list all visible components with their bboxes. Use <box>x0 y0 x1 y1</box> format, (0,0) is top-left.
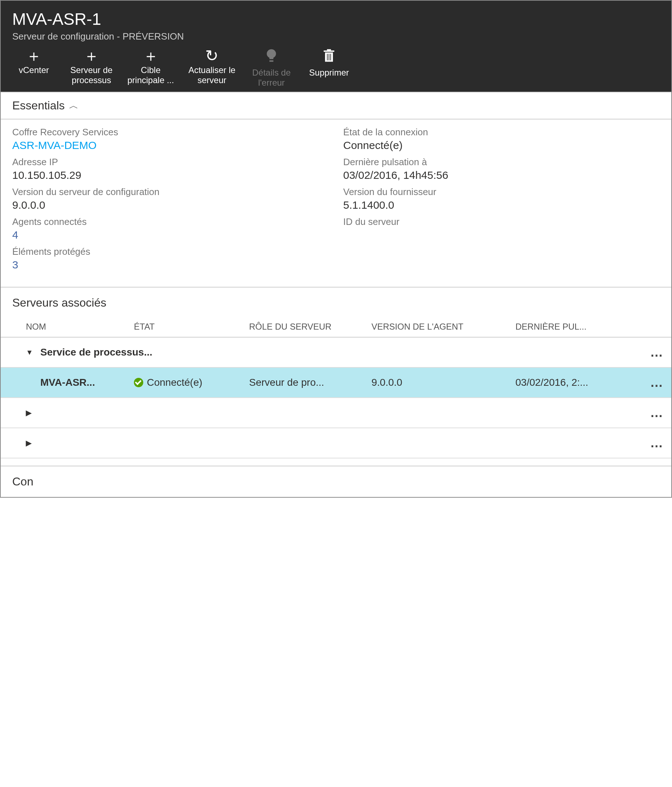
error-details-button: Détails de l'erreur <box>250 48 293 87</box>
agents-field: Agents connectés 4 <box>12 216 329 241</box>
error-details-label: Détails de l'erreur <box>252 68 291 87</box>
essentials-toggle[interactable]: Essentials ︿ <box>1 92 671 120</box>
server-id-field: ID du serveur <box>343 216 660 228</box>
process-server-button[interactable]: ＋ Serveur de processus <box>70 48 113 87</box>
row-name: MVA-ASR... <box>40 377 134 388</box>
plus-icon: ＋ <box>84 48 100 64</box>
associated-section: Serveurs associés NOM ÉTAT RÔLE DU SERVE… <box>1 288 671 466</box>
group-process-service[interactable]: ▼ Service de processus... … <box>1 338 671 368</box>
triangle-down-icon: ▼ <box>26 348 40 357</box>
process-server-label: Serveur de processus <box>70 65 112 85</box>
plus-icon: ＋ <box>26 48 42 64</box>
refresh-label: Actualiser le serveur <box>188 65 236 85</box>
provider-version-value: 5.1.1400.0 <box>343 199 660 211</box>
col-state: ÉTAT <box>134 322 249 332</box>
group-collapsed-3[interactable]: ▶ … <box>1 428 671 458</box>
server-id-label: ID du serveur <box>343 216 660 228</box>
error-icon <box>264 48 279 66</box>
row-context-menu-button[interactable]: … <box>642 375 663 390</box>
plus-icon: ＋ <box>143 48 159 64</box>
vcenter-button[interactable]: ＋ vCenter <box>12 48 55 87</box>
associated-header: NOM ÉTAT RÔLE DU SERVEUR VERSION DE L'AG… <box>1 318 671 338</box>
protected-value[interactable]: 3 <box>12 259 329 271</box>
blade-header: MVA-ASR-1 Serveur de configuration - PRÉ… <box>1 1 671 92</box>
page-subtitle: Serveur de configuration - PRÉVERSION <box>12 31 660 42</box>
table-row-selected[interactable]: MVA-ASR... Connecté(e) Serveur de pro...… <box>1 368 671 398</box>
protected-label: Éléments protégés <box>12 246 329 257</box>
essentials-label: Essentials <box>12 99 65 112</box>
heartbeat-value: 03/02/2016, 14h45:56 <box>343 169 660 181</box>
triangle-right-icon: ▶ <box>26 439 40 447</box>
essentials-panel: Coffre Recovery Services ASR-MVA-DEMO Ad… <box>1 120 671 288</box>
row-state-text: Connecté(e) <box>147 377 202 388</box>
connection-label: État de la connexion <box>343 126 660 138</box>
check-circle-icon <box>134 378 143 387</box>
chevron-up-icon: ︿ <box>69 99 79 112</box>
delete-button[interactable]: Supprimer <box>307 48 351 87</box>
truncated-section-title: Con <box>1 466 671 497</box>
config-version-value: 9.0.0.0 <box>12 199 329 211</box>
trash-icon <box>321 48 337 66</box>
ip-label: Adresse IP <box>12 156 329 168</box>
delete-label: Supprimer <box>309 68 349 78</box>
connection-value: Connecté(e) <box>343 139 660 152</box>
heartbeat-field: Dernière pulsation à 03/02/2016, 14h45:5… <box>343 156 660 181</box>
group-label: Service de processus... <box>40 346 642 358</box>
vault-field: Coffre Recovery Services ASR-MVA-DEMO <box>12 126 329 152</box>
refresh-icon: ↻ <box>205 48 218 64</box>
group-context-menu-button[interactable]: … <box>642 345 663 360</box>
master-target-label: Cible principale ... <box>127 65 174 85</box>
command-bar: ＋ vCenter ＋ Serveur de processus ＋ Cible… <box>12 48 660 92</box>
config-version-field: Version du serveur de configuration 9.0.… <box>12 186 329 211</box>
row-role: Serveur de pro... <box>249 377 372 388</box>
ip-value: 10.150.105.29 <box>12 169 329 181</box>
protected-field: Éléments protégés 3 <box>12 246 329 271</box>
page-title: MVA-ASR-1 <box>12 9 660 29</box>
heartbeat-label: Dernière pulsation à <box>343 156 660 168</box>
col-agent-version: VERSION DE L'AGENT <box>372 322 515 332</box>
config-version-label: Version du serveur de configuration <box>12 186 329 198</box>
group-context-menu-button[interactable]: … <box>642 435 663 450</box>
vault-label: Coffre Recovery Services <box>12 126 329 138</box>
refresh-server-button[interactable]: ↻ Actualiser le serveur <box>188 48 236 87</box>
col-last-heartbeat: DERNIÈRE PUL... <box>515 322 663 332</box>
agents-label: Agents connectés <box>12 216 329 228</box>
row-heartbeat: 03/02/2016, 2:... <box>515 377 642 388</box>
connection-field: État de la connexion Connecté(e) <box>343 126 660 152</box>
master-target-button[interactable]: ＋ Cible principale ... <box>127 48 174 87</box>
associated-title: Serveurs associés <box>1 288 671 318</box>
group-context-menu-button[interactable]: … <box>642 405 663 420</box>
agents-value[interactable]: 4 <box>12 229 329 241</box>
row-state: Connecté(e) <box>134 377 249 388</box>
triangle-right-icon: ▶ <box>26 408 40 417</box>
group-collapsed-2[interactable]: ▶ … <box>1 398 671 428</box>
provider-version-label: Version du fournisseur <box>343 186 660 198</box>
ip-field: Adresse IP 10.150.105.29 <box>12 156 329 181</box>
vault-link[interactable]: ASR-MVA-DEMO <box>12 139 329 152</box>
vcenter-label: vCenter <box>19 65 49 75</box>
provider-version-field: Version du fournisseur 5.1.1400.0 <box>343 186 660 211</box>
row-version: 9.0.0.0 <box>372 377 515 388</box>
col-role: RÔLE DU SERVEUR <box>249 322 372 332</box>
col-name: NOM <box>26 322 134 332</box>
